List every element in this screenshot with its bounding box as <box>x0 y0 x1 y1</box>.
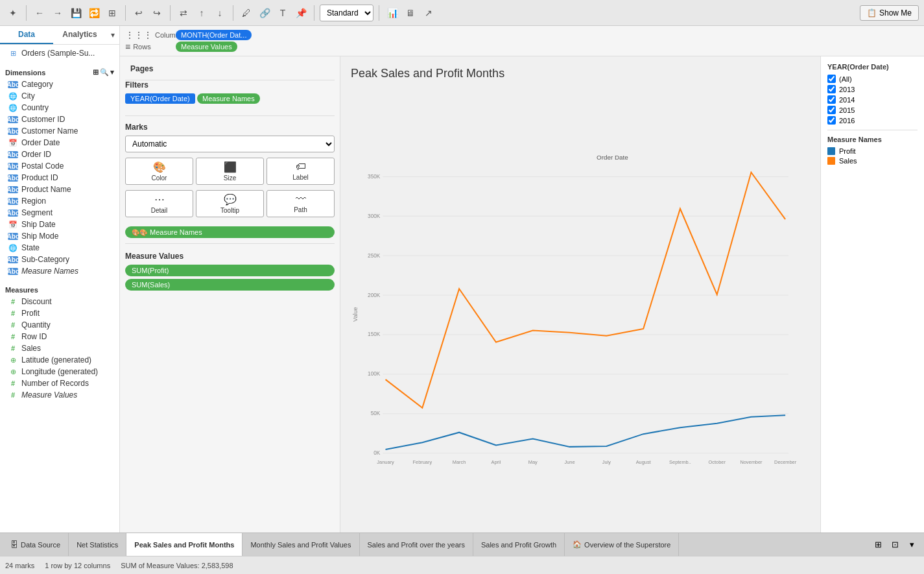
new-sheet-icon[interactable]: ⊞ <box>871 538 885 552</box>
measure-item-discount[interactable]: #Discount <box>5 296 114 307</box>
text-icon[interactable]: T <box>275 5 290 21</box>
measure-item-sales[interactable]: #Sales <box>5 342 114 354</box>
view-dropdown[interactable]: Standard <box>320 5 373 21</box>
year-checkbox[interactable] <box>827 95 836 104</box>
bottom-tab-2[interactable]: Peak Sales and Profit Months <box>126 533 243 556</box>
shelf-area: ⋮⋮⋮ Columns MONTH(Order Dat... ≡ Rows Me… <box>120 26 924 56</box>
dimension-item-postal-code[interactable]: AbcPostal Code <box>5 160 114 172</box>
dim-label: Postal Code <box>21 161 64 171</box>
link-icon[interactable]: 🔗 <box>257 5 272 21</box>
path-button[interactable]: 〰 Path <box>267 190 335 217</box>
duplicate-icon[interactable]: ⊞ <box>104 5 120 21</box>
sum-profit-pill[interactable]: SUM(Profit) <box>125 265 335 276</box>
swap-icon[interactable]: ⇄ <box>176 5 191 21</box>
bottom-tab-3[interactable]: Monthly Sales and Profit Values <box>243 533 359 556</box>
size-button[interactable]: ⬛ Size <box>196 158 264 185</box>
bottom-tab-5[interactable]: Sales and Profit Growth <box>473 533 565 556</box>
legend-measure-sales: Sales <box>827 157 918 165</box>
present-icon[interactable]: 🖥 <box>403 5 418 21</box>
dimension-item-state[interactable]: 🌐State <box>5 242 114 254</box>
bottom-tab-6[interactable]: 🏠Overview of the Superstore <box>565 533 679 556</box>
sort-asc-icon[interactable]: ↑ <box>194 5 209 21</box>
year-label: 2013 <box>839 86 855 93</box>
duplicate-sheet-icon[interactable]: ⊡ <box>888 538 902 552</box>
marks-divider2 <box>125 243 335 244</box>
year-checkbox[interactable] <box>827 85 836 93</box>
dimension-item-sub-category[interactable]: AbcSub-Category <box>5 254 114 265</box>
measure-item-number-of-records[interactable]: #Number of Records <box>5 377 114 389</box>
dimensions-icons: ⊞ 🔍 ▾ <box>93 68 114 77</box>
more-icon[interactable]: ▾ <box>905 538 919 552</box>
sum-sales-pill[interactable]: SUM(Sales) <box>125 279 335 291</box>
sidebar-tab-bar: Data Analytics ▾ <box>0 26 119 45</box>
rows-pill[interactable]: Measure Values <box>176 42 237 52</box>
dimension-item-ship-mode[interactable]: AbcShip Mode <box>5 230 114 242</box>
color-button[interactable]: 🎨 Color <box>125 158 193 185</box>
marks-type-dropdown[interactable]: Automatic <box>125 136 335 152</box>
filter-year[interactable]: YEAR(Order Date) <box>125 93 195 104</box>
show-me-button[interactable]: 📋 Show Me <box>860 5 919 21</box>
year-checkbox[interactable] <box>827 75 836 83</box>
grid-icon[interactable]: ⊞ <box>93 68 99 77</box>
data-source-item[interactable]: ⊞ Orders (Sample-Su... <box>5 47 114 59</box>
year-checkbox[interactable] <box>827 106 836 114</box>
chart-icon[interactable]: 📊 <box>385 5 400 21</box>
tab-analytics[interactable]: Analytics <box>53 26 106 44</box>
dimension-item-region[interactable]: AbcRegion <box>5 195 114 207</box>
dimension-item-customer-id[interactable]: AbcCustomer ID <box>5 114 114 125</box>
abc-icon: Abc <box>8 116 18 123</box>
dimension-item-product-name[interactable]: AbcProduct Name <box>5 184 114 195</box>
expand-icon[interactable]: ▾ <box>110 68 114 77</box>
pin-icon[interactable]: 📌 <box>293 5 309 21</box>
measure-item-measure-values[interactable]: #Measure Values <box>5 389 114 401</box>
legend-year-2014[interactable]: 2014 <box>827 95 918 104</box>
bottom-tab-1[interactable]: Net Statistics <box>69 533 126 556</box>
abc-icon: Abc <box>8 174 18 182</box>
bottom-tab-4[interactable]: Sales and Profit over the years <box>360 533 473 556</box>
detail-button[interactable]: ⋯ Detail <box>125 190 193 217</box>
globe-icon: 🌐 <box>8 104 18 112</box>
dimension-item-product-id[interactable]: AbcProduct ID <box>5 172 114 184</box>
measure-item-profit[interactable]: #Profit <box>5 307 114 319</box>
undo-icon[interactable]: ↩ <box>131 5 147 21</box>
legend-year-2013[interactable]: 2013 <box>827 85 918 93</box>
dimension-item-ship-date[interactable]: 📅Ship Date <box>5 219 114 230</box>
dimension-item-country[interactable]: 🌐Country <box>5 102 114 114</box>
marks-measure-names-pill[interactable]: 🎨🎨 Measure Names <box>125 226 335 238</box>
measure-item-latitude-generated[interactable]: ⊕Latitude (generated) <box>5 354 114 366</box>
dimension-item-order-id[interactable]: AbcOrder ID <box>5 149 114 160</box>
dimension-item-segment[interactable]: AbcSegment <box>5 207 114 219</box>
redo-icon[interactable]: ↪ <box>149 5 165 21</box>
dimension-item-customer-name[interactable]: AbcCustomer Name <box>5 125 114 137</box>
legend-years: (All)2013201420152016 <box>827 75 918 125</box>
dimensions-section: Dimensions ⊞ 🔍 ▾ AbcCategory🌐City🌐Countr… <box>0 62 119 280</box>
forward-icon[interactable]: → <box>50 5 65 21</box>
refresh-icon[interactable]: 🔁 <box>86 5 102 21</box>
filter-measure-names[interactable]: Measure Names <box>197 93 260 104</box>
back-icon[interactable]: ← <box>32 5 47 21</box>
legend-year-2016[interactable]: 2016 <box>827 116 918 125</box>
measure-item-row-id[interactable]: #Row ID <box>5 331 114 342</box>
year-checkbox[interactable] <box>827 116 836 125</box>
tab-data[interactable]: Data <box>0 26 53 44</box>
tooltip-button[interactable]: 💬 Tooltip <box>196 190 264 217</box>
measure-item-longitude-generated[interactable]: ⊕Longitude (generated) <box>5 366 114 377</box>
legend-year-2015[interactable]: 2015 <box>827 106 918 114</box>
dimension-item-measure-names[interactable]: AbcMeasure Names <box>5 265 114 277</box>
sidebar-tab-arrow[interactable]: ▾ <box>106 26 119 44</box>
search-icon[interactable]: 🔍 <box>100 68 109 77</box>
dimension-item-city[interactable]: 🌐City <box>5 90 114 102</box>
dimension-item-order-date[interactable]: 📅Order Date <box>5 137 114 149</box>
highlight-icon[interactable]: 🖊 <box>239 5 254 21</box>
columns-pill[interactable]: MONTH(Order Dat... <box>176 30 252 40</box>
dimension-item-category[interactable]: AbcCategory <box>5 78 114 90</box>
dim-label: Measure Names <box>21 267 78 276</box>
share-icon[interactable]: ↗ <box>421 5 436 21</box>
sort-desc-icon[interactable]: ↓ <box>212 5 228 21</box>
measure-item-quantity[interactable]: #Quantity <box>5 319 114 331</box>
label-button[interactable]: 🏷 Label <box>267 158 335 185</box>
svg-text:Septemb..: Septemb.. <box>669 459 691 465</box>
save-icon[interactable]: 💾 <box>68 5 84 21</box>
legend-year-all[interactable]: (All) <box>827 75 918 83</box>
bottom-tab-0[interactable]: 🗄Data Source <box>3 533 69 556</box>
